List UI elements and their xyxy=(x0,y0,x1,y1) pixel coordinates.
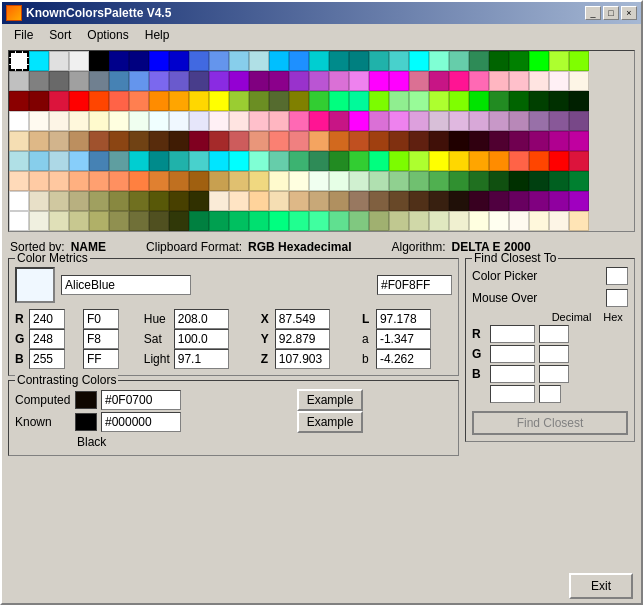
color-cell[interactable] xyxy=(109,151,129,171)
color-cell[interactable] xyxy=(89,211,109,231)
color-cell[interactable] xyxy=(469,71,489,91)
color-cell[interactable] xyxy=(309,191,329,211)
color-cell[interactable] xyxy=(329,111,349,131)
color-cell[interactable] xyxy=(309,111,329,131)
x-input[interactable] xyxy=(275,309,330,329)
color-cell[interactable] xyxy=(229,91,249,111)
color-cell[interactable] xyxy=(529,171,549,191)
color-cell[interactable] xyxy=(9,91,29,111)
color-cell[interactable] xyxy=(109,191,129,211)
hex-value-input[interactable] xyxy=(377,275,452,295)
color-cell[interactable] xyxy=(29,211,49,231)
color-cell[interactable] xyxy=(449,131,469,151)
color-cell[interactable] xyxy=(169,211,189,231)
find-g-dec-input[interactable] xyxy=(490,345,535,363)
color-cell[interactable] xyxy=(309,171,329,191)
color-cell[interactable] xyxy=(449,71,469,91)
color-cell[interactable] xyxy=(229,211,249,231)
color-cell[interactable] xyxy=(369,151,389,171)
color-cell[interactable] xyxy=(509,211,529,231)
color-cell[interactable] xyxy=(9,51,29,71)
color-cell[interactable] xyxy=(389,51,409,71)
color-cell[interactable] xyxy=(369,91,389,111)
color-cell[interactable] xyxy=(449,151,469,171)
color-cell[interactable] xyxy=(89,151,109,171)
color-cell[interactable] xyxy=(569,111,589,131)
color-cell[interactable] xyxy=(429,71,449,91)
color-cell[interactable] xyxy=(249,111,269,131)
color-cell[interactable] xyxy=(489,111,509,131)
color-cell[interactable] xyxy=(189,131,209,151)
color-cell[interactable] xyxy=(269,211,289,231)
color-cell[interactable] xyxy=(49,191,69,211)
color-cell[interactable] xyxy=(389,91,409,111)
color-cell[interactable] xyxy=(309,131,329,151)
computed-hex-input[interactable] xyxy=(101,390,181,410)
color-cell[interactable] xyxy=(129,131,149,151)
color-cell[interactable] xyxy=(489,51,509,71)
color-cell[interactable] xyxy=(409,51,429,71)
color-cell[interactable] xyxy=(349,71,369,91)
color-cell[interactable] xyxy=(349,151,369,171)
color-cell[interactable] xyxy=(169,71,189,91)
color-cell[interactable] xyxy=(289,191,309,211)
color-cell[interactable] xyxy=(169,51,189,71)
color-cell[interactable] xyxy=(289,171,309,191)
color-cell[interactable] xyxy=(209,71,229,91)
color-cell[interactable] xyxy=(229,151,249,171)
color-cell[interactable] xyxy=(49,111,69,131)
color-cell[interactable] xyxy=(329,131,349,151)
find-g-hex-input[interactable] xyxy=(539,345,569,363)
color-cell[interactable] xyxy=(9,151,29,171)
color-cell[interactable] xyxy=(409,211,429,231)
color-cell[interactable] xyxy=(129,111,149,131)
color-cell[interactable] xyxy=(569,211,589,231)
color-cell[interactable] xyxy=(409,131,429,151)
color-cell[interactable] xyxy=(189,71,209,91)
color-cell[interactable] xyxy=(129,151,149,171)
color-cell[interactable] xyxy=(409,111,429,131)
color-cell[interactable] xyxy=(129,51,149,71)
color-cell[interactable] xyxy=(469,91,489,111)
color-cell[interactable] xyxy=(249,131,269,151)
color-cell[interactable] xyxy=(369,211,389,231)
color-cell[interactable] xyxy=(129,171,149,191)
color-cell[interactable] xyxy=(229,51,249,71)
color-cell[interactable] xyxy=(309,51,329,71)
color-cell[interactable] xyxy=(149,211,169,231)
color-cell[interactable] xyxy=(429,191,449,211)
color-cell[interactable] xyxy=(429,51,449,71)
color-cell[interactable] xyxy=(329,191,349,211)
color-cell[interactable] xyxy=(269,131,289,151)
color-cell[interactable] xyxy=(369,191,389,211)
color-cell[interactable] xyxy=(69,151,89,171)
color-cell[interactable] xyxy=(329,211,349,231)
color-cell[interactable] xyxy=(149,171,169,191)
color-picker-swatch[interactable] xyxy=(606,267,628,285)
color-cell[interactable] xyxy=(389,171,409,191)
color-cell[interactable] xyxy=(189,211,209,231)
color-cell[interactable] xyxy=(249,151,269,171)
color-cell[interactable] xyxy=(529,151,549,171)
color-cell[interactable] xyxy=(189,171,209,191)
color-cell[interactable] xyxy=(489,151,509,171)
color-cell[interactable] xyxy=(349,91,369,111)
color-cell[interactable] xyxy=(129,211,149,231)
color-cell[interactable] xyxy=(369,51,389,71)
color-cell[interactable] xyxy=(129,91,149,111)
g-dec-input[interactable] xyxy=(29,329,65,349)
color-cell[interactable] xyxy=(529,211,549,231)
color-cell[interactable] xyxy=(149,131,169,151)
known-hex-input[interactable] xyxy=(101,412,181,432)
color-cell[interactable] xyxy=(389,71,409,91)
color-cell[interactable] xyxy=(189,111,209,131)
color-cell[interactable] xyxy=(569,151,589,171)
color-cell[interactable] xyxy=(269,91,289,111)
menu-options[interactable]: Options xyxy=(79,26,136,44)
color-cell[interactable] xyxy=(89,111,109,131)
color-cell[interactable] xyxy=(69,111,89,131)
color-cell[interactable] xyxy=(489,171,509,191)
menu-file[interactable]: File xyxy=(6,26,41,44)
color-cell[interactable] xyxy=(69,131,89,151)
color-cell[interactable] xyxy=(549,51,569,71)
